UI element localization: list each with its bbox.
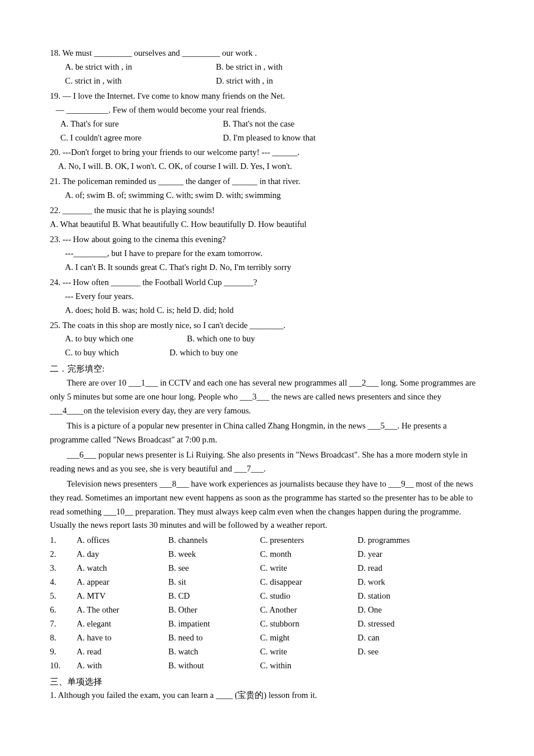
q25-opt-b: B. which one to buy [187,332,255,346]
cloze-7-d: D. stressed [358,617,439,631]
cloze-4-d: D. work [358,575,439,589]
section2-title: 二．完形填空: [50,362,484,376]
q19-opts-row2: C. I couldn't agree more D. I'm pleased … [50,131,484,145]
cloze-6-c: C. Another [260,603,358,617]
cloze-3-d: D. read [358,561,439,575]
cloze-3-a: A. watch [77,561,168,575]
q23-opts: A. I can't B. It sounds great C. That's … [50,261,484,275]
q18-text: 18. We must _________ ourselves and ____… [50,48,257,57]
cloze-8-num: 8. [50,631,77,645]
question-20: 20. ---Don't forget to bring your friend… [50,146,484,174]
cloze-8-a: A. have to [77,631,168,645]
q24-line2: --- Every four years. [50,290,484,304]
q25-opt-a: A. to buy which one [65,332,187,346]
question-19: 19. — I love the Internet. I've come to … [50,89,484,145]
cloze-10-num: 10. [50,659,77,673]
question-18: 18. We must _________ ourselves and ____… [50,46,484,88]
q25-opts-row1: A. to buy which one B. which one to buy [50,332,484,346]
cloze-5-num: 5. [50,589,77,603]
cloze-7-num: 7. [50,617,77,631]
q18-opt-b: B. be strict in , with [216,60,367,74]
passage-p2: This is a picture of a popular new prese… [50,419,484,447]
cloze-row-5: 5.A. MTVB. CDC. studioD. station [50,589,439,603]
cloze-row-4: 4.A. appearB. sitC. disappearD. work [50,575,439,589]
cloze-3-b: B. see [168,561,260,575]
passage-p4: Television news presenters ___8___ have … [50,477,484,533]
cloze-8-d: D. can [358,631,439,645]
q19-text: 19. — I love the Internet. I've come to … [50,91,285,100]
cloze-1-d: D. programmes [358,534,439,548]
cloze-7-b: B. impatient [168,617,260,631]
q25-opt-c: C. to buy which [65,346,169,360]
cloze-4-c: C. disappear [260,575,358,589]
q19-opt-a: A. That's for sure [60,117,223,131]
cloze-row-8: 8.A. have toB. need toC. mightD. can [50,631,439,645]
cloze-1-a: A. offices [77,534,168,548]
cloze-2-num: 2. [50,548,77,561]
q19-opt-b: B. That's not the case [223,117,295,131]
cloze-4-a: A. appear [77,575,168,589]
cloze-8-c: C. might [260,631,358,645]
question-25: 25. The coats in this shop are mostly ni… [50,319,484,361]
cloze-2-b: B. week [168,548,260,561]
q18-opts-row2: C. strict in , with D. strict with , in [50,74,484,88]
q19-opts-row1: A. That's for sure B. That's not the cas… [50,117,484,131]
cloze-4-num: 4. [50,575,77,589]
cloze-9-c: C. write [260,645,358,659]
cloze-row-2: 2.A. dayB. weekC. monthD. year [50,548,439,561]
cloze-7-c: C. stubborn [260,617,358,631]
cloze-3-num: 3. [50,561,77,575]
q22-text: 22. _______ the music that he is playing… [50,206,215,215]
section3-title: 三、单项选择 [50,675,484,689]
cloze-row-9: 9.A. readB. watchC. writeD. see [50,645,439,659]
cloze-5-b: B. CD [168,589,260,603]
cloze-8-b: B. need to [168,631,260,645]
cloze-1-c: C. presenters [260,534,358,548]
q25-opt-d: D. which to buy one [169,346,238,360]
cloze-7-a: A. elegant [77,617,168,631]
cloze-10-d [358,659,439,673]
cloze-10-a: A. with [77,659,168,673]
cloze-row-10: 10.A. withB. withoutC. within [50,659,439,673]
cloze-10-c: C. within [260,659,358,673]
q24-opts: A. does; hold B. was; hold C. is; held D… [50,304,484,318]
q20-text: 20. ---Don't forget to bring your friend… [50,147,300,157]
q25-text: 25. The coats in this shop are mostly ni… [50,321,286,330]
cloze-6-a: A. The other [77,603,168,617]
q23-line2: ---________, but I have to prepare for t… [50,247,484,261]
cloze-6-d: D. One [358,603,439,617]
cloze-2-d: D. year [358,548,439,561]
cloze-1-num: 1. [50,534,77,548]
q18-opt-a: A. be strict with , in [65,60,216,74]
question-22: 22. _______ the music that he is playing… [50,204,484,232]
q25-opts-row2: C. to buy which D. which to buy one [50,346,484,360]
cloze-9-num: 9. [50,645,77,659]
cloze-2-c: C. month [260,548,358,561]
cloze-5-d: D. station [358,589,439,603]
cloze-1-b: B. channels [168,534,260,548]
q19-opt-c: C. I couldn't agree more [60,131,223,145]
cloze-6-num: 6. [50,603,77,617]
q18-opt-c: C. strict in , with [65,74,216,88]
cloze-3-c: C. write [260,561,358,575]
cloze-5-a: A. MTV [77,589,168,603]
cloze-5-c: C. studio [260,589,358,603]
q18-opt-d: D. strict with , in [216,74,367,88]
cloze-options-table: 1.A. officesB. channelsC. presentersD. p… [50,534,439,672]
q23-text: 23. --- How about going to the cinema th… [50,235,226,244]
q21-opts: A. of; swim B. of; swimming C. with; swi… [50,189,484,203]
q19-line2: — __________. Few of them would become y… [50,103,484,117]
q20-opts: A. No, I will. B. OK, I won't. C. OK, of… [50,160,484,174]
cloze-6-b: B. Other [168,603,260,617]
cloze-4-b: B. sit [168,575,260,589]
q21-text: 21. The policeman reminded us ______ the… [50,177,300,186]
cloze-row-3: 3.A. watchB. seeC. writeD. read [50,561,439,575]
q24-text: 24. --- How often _______ the Football W… [50,278,257,287]
q19-opt-d: D. I'm pleased to know that [223,131,316,145]
fill-q1: 1. Although you failed the exam, you can… [50,689,484,703]
question-24: 24. --- How often _______ the Football W… [50,276,484,318]
cloze-9-a: A. read [77,645,168,659]
passage-p1: There are over 10 ___1___ in CCTV and ea… [50,376,484,418]
q18-opts-row1: A. be strict with , in B. be strict in ,… [50,60,484,74]
cloze-10-b: B. without [168,659,260,673]
